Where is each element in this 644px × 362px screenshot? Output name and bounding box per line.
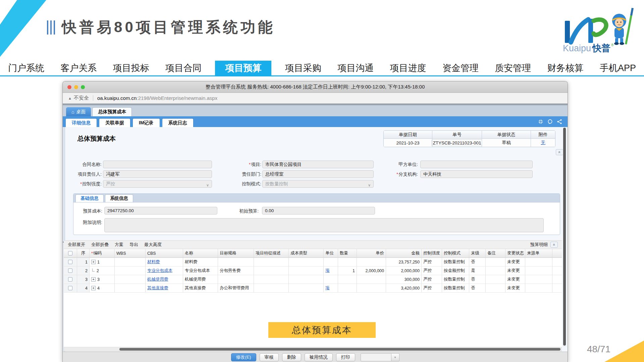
row-checkbox[interactable]: [68, 260, 72, 264]
project-field[interactable]: 市民体育公园项目: [262, 161, 374, 168]
col-source[interactable]: 来源单: [525, 249, 552, 258]
browser-url-bar[interactable]: ▲ 不安全 oa.kuaipu.com.cn:2198/WebEnterpris…: [63, 93, 568, 104]
attachment-link[interactable]: 无: [541, 140, 545, 146]
nav-item-funds[interactable]: 资金管理: [440, 61, 481, 75]
tab-desktop[interactable]: ⌂ 桌面: [66, 107, 91, 116]
unit-link[interactable]: 项: [325, 285, 330, 291]
control-strength-select[interactable]: 严控∨: [103, 180, 212, 188]
tab-system-info[interactable]: 系统信息: [105, 194, 133, 202]
expand-all-button[interactable]: 全部展开: [68, 242, 85, 248]
logo-k-stem: [565, 21, 570, 43]
chevron-down-icon: ∨: [206, 182, 209, 188]
col-note[interactable]: 备注: [486, 249, 505, 258]
vertical-scrollbar[interactable]: [563, 127, 567, 347]
table-row[interactable]: 2 2 专业分包成本 专业分包成本 分包劳务费 项 1 2,000,000 2,…: [64, 266, 562, 275]
nav-item-quality[interactable]: 质安管理: [492, 61, 534, 75]
tab-overall-budget[interactable]: 总体预算成本: [92, 107, 132, 116]
col-cost-type[interactable]: 成本类型: [289, 249, 324, 258]
collapse-grid-button[interactable]: «: [550, 242, 558, 248]
col-strength[interactable]: 控制强度: [422, 249, 442, 258]
contract-name-field[interactable]: [103, 161, 212, 168]
subtab-detail-info[interactable]: 详细信息: [65, 118, 97, 127]
nav-item-portal[interactable]: 门户系统: [5, 61, 47, 75]
table-row[interactable]: 3 +3 机械使用费 机械使用费 300,000 严控 按数量控制 否 未变更: [64, 275, 562, 284]
table-row[interactable]: 1 +1 材料费 材料费 23,757,250 严控 按数量控制 否 未变更: [64, 258, 562, 266]
col-qty[interactable]: 数量: [338, 249, 357, 258]
project-manager-field[interactable]: 冯建军: [103, 170, 212, 178]
basic-info-section: 基础信息 系统信息 预算成本: 29477250.00 初始预算: 0.00 附…: [73, 193, 560, 235]
nav-item-procurement[interactable]: 项目采购: [282, 61, 324, 75]
col-spec[interactable]: 目标规格: [218, 249, 254, 258]
cbs-link[interactable]: 机械使用费: [147, 277, 168, 282]
max-height-button[interactable]: 最大高度: [144, 242, 162, 248]
col-price[interactable]: 单价: [357, 249, 386, 258]
control-mode-select[interactable]: 按数量控制∨: [262, 180, 374, 188]
subtab-system-log[interactable]: 系统日志: [162, 118, 194, 127]
compress-icon[interactable]: [538, 119, 543, 124]
col-unit[interactable]: 单位: [324, 249, 338, 258]
edit-button[interactable]: 修改(E): [231, 353, 256, 361]
minimize-window-button[interactable]: [74, 85, 78, 89]
department-field[interactable]: 总经理室: [262, 170, 374, 178]
col-seq[interactable]: 序: [77, 249, 90, 258]
vertical-scrollbar-thumb[interactable]: [563, 128, 566, 346]
col-amount[interactable]: 金额: [386, 249, 422, 258]
cbs-link[interactable]: 专业分包成本: [147, 268, 172, 274]
cbs-link[interactable]: 其他直接费: [147, 285, 168, 291]
usage-button[interactable]: 被用情况: [305, 353, 333, 361]
nav-item-budget[interactable]: 项目预算: [215, 61, 271, 75]
plan-button[interactable]: 方案: [115, 242, 123, 248]
col-cbs[interactable]: CBS: [146, 249, 183, 258]
expand-icon[interactable]: +: [91, 277, 96, 282]
col-mode[interactable]: 控制模式: [442, 249, 469, 258]
delete-button[interactable]: 删除: [282, 353, 301, 361]
horizontal-scrollbar-thumb[interactable]: [119, 348, 560, 351]
collapse-all-button[interactable]: 全部折叠: [91, 242, 109, 248]
note-textarea[interactable]: [104, 218, 544, 232]
export-button[interactable]: 导出: [129, 242, 138, 248]
maximize-window-button[interactable]: [81, 85, 85, 89]
more-actions-select[interactable]: ▾: [361, 353, 399, 361]
horizontal-scrollbar[interactable]: [64, 347, 562, 351]
select-all-checkbox[interactable]: [68, 251, 72, 255]
security-label[interactable]: 不安全: [74, 95, 89, 101]
nav-item-bidding[interactable]: 项目投标: [110, 61, 152, 75]
party-a-field[interactable]: [420, 161, 533, 168]
nav-item-contract[interactable]: 项目合同: [163, 61, 204, 75]
url-text[interactable]: oa.kuaipu.com.cn:2198/WebEnterprise/newm…: [93, 95, 217, 101]
close-window-button[interactable]: [67, 85, 71, 89]
nav-item-mobile-app[interactable]: 手机APP: [597, 61, 639, 75]
audit-button[interactable]: 审核: [260, 353, 279, 361]
nav-item-progress[interactable]: 项目进度: [387, 61, 429, 75]
row-checkbox[interactable]: [68, 286, 72, 290]
unit-link[interactable]: 项: [325, 268, 330, 274]
collapse-header-button[interactable]: «: [556, 149, 563, 155]
more-actions-field[interactable]: [361, 353, 391, 361]
subtab-corner-icons: [538, 119, 562, 124]
subtab-related-docs[interactable]: 关联单据: [99, 118, 130, 127]
nav-item-crm[interactable]: 客户关系: [58, 61, 99, 75]
nav-item-communication[interactable]: 项目沟通: [335, 61, 376, 75]
share-icon[interactable]: [557, 119, 562, 124]
budget-cost-field[interactable]: 29477250.00: [104, 207, 217, 215]
subtab-im-records[interactable]: IM记录: [132, 118, 160, 127]
print-button[interactable]: 打印: [336, 353, 355, 361]
branch-field[interactable]: 中天科技: [420, 170, 533, 178]
col-feature[interactable]: 项目特征描述: [254, 249, 289, 258]
expand-icon[interactable]: +: [91, 260, 96, 264]
dropdown-arrow-icon[interactable]: ▾: [391, 353, 399, 361]
nav-item-finance[interactable]: 财务核算: [545, 61, 586, 75]
cbs-link[interactable]: 材料费: [147, 259, 160, 265]
message-icon[interactable]: [547, 119, 553, 124]
expand-icon[interactable]: +: [91, 286, 96, 290]
row-checkbox[interactable]: [68, 277, 72, 282]
row-checkbox[interactable]: [68, 268, 72, 273]
table-row[interactable]: 4 +4 其他直接费 其他直接费 办公和管理费用 项 3,420,000 严控 …: [64, 284, 562, 293]
col-name[interactable]: 名称: [183, 249, 218, 258]
initial-budget-field[interactable]: 0.00: [262, 207, 375, 215]
col-leaf[interactable]: 末级: [469, 249, 486, 258]
col-wbs[interactable]: WBS: [115, 249, 146, 258]
col-change-status[interactable]: 变更状态: [505, 249, 525, 258]
col-code[interactable]: *编码: [90, 249, 115, 258]
tab-basic-info[interactable]: 基础信息: [75, 194, 104, 202]
